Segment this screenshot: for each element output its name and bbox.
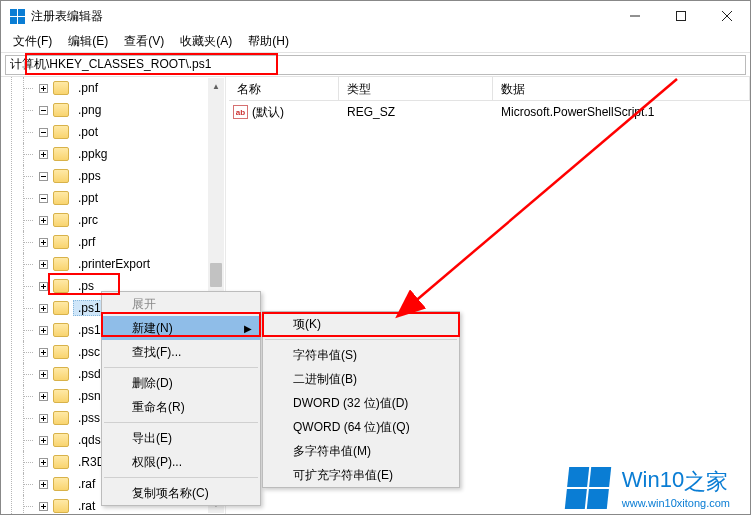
collapse-icon[interactable] <box>35 326 51 335</box>
menu-rename[interactable]: 重命名(R) <box>102 395 260 419</box>
collapse-icon[interactable] <box>35 282 51 291</box>
tree-item[interactable]: .pot <box>1 121 225 143</box>
menu-help[interactable]: 帮助(H) <box>240 31 297 52</box>
header-data[interactable]: 数据 <box>493 77 750 100</box>
folder-icon <box>53 323 69 337</box>
value-data: Microsoft.PowerShellScript.1 <box>493 105 750 119</box>
close-button[interactable] <box>704 1 750 31</box>
collapse-icon[interactable] <box>35 502 51 511</box>
tree-item-label: .rat <box>73 499 100 513</box>
menu-separator <box>104 477 258 478</box>
menu-view[interactable]: 查看(V) <box>116 31 172 52</box>
address-bar <box>1 53 750 77</box>
maximize-button[interactable] <box>658 1 704 31</box>
tree-item-label: .ppkg <box>73 147 112 161</box>
tree-item-label: .prc <box>73 213 103 227</box>
folder-icon <box>53 499 69 513</box>
collapse-icon[interactable] <box>35 238 51 247</box>
window-title: 注册表编辑器 <box>31 8 612 25</box>
folder-icon <box>53 81 69 95</box>
tree-item[interactable]: .png <box>1 99 225 121</box>
string-value-icon: ab <box>233 105 248 119</box>
folder-icon <box>53 235 69 249</box>
tree-item-label: .prf <box>73 235 100 249</box>
value-name: (默认) <box>252 104 284 121</box>
minimize-button[interactable] <box>612 1 658 31</box>
menu-new-key[interactable]: 项(K) <box>263 312 459 336</box>
tree-item[interactable]: .pnf <box>1 77 225 99</box>
menu-separator <box>265 339 457 340</box>
list-row[interactable]: ab (默认) REG_SZ Microsoft.PowerShellScrip… <box>229 101 750 123</box>
tree-item[interactable]: .pps <box>1 165 225 187</box>
tree-item-label: .ps <box>73 279 99 293</box>
address-input[interactable] <box>5 55 746 75</box>
folder-icon <box>53 455 69 469</box>
menu-new-qword[interactable]: QWORD (64 位)值(Q) <box>263 415 459 439</box>
tree-item-label: .pot <box>73 125 103 139</box>
folder-icon <box>53 191 69 205</box>
tree-item-label: .pnf <box>73 81 103 95</box>
scroll-up-button[interactable]: ▲ <box>208 78 224 95</box>
folder-icon <box>53 345 69 359</box>
list-header: 名称 类型 数据 <box>229 77 750 101</box>
tree-item-label: .printerExport <box>73 257 155 271</box>
menu-permissions[interactable]: 权限(P)... <box>102 450 260 474</box>
expand-icon[interactable] <box>35 172 51 181</box>
menu-find[interactable]: 查找(F)... <box>102 340 260 364</box>
tree-item[interactable]: .ppkg <box>1 143 225 165</box>
title-bar: 注册表编辑器 <box>1 1 750 31</box>
collapse-icon[interactable] <box>35 480 51 489</box>
menu-expand[interactable]: 展开 <box>102 292 260 316</box>
menu-new[interactable]: 新建(N)▶ <box>102 316 260 340</box>
submenu-arrow-icon: ▶ <box>244 323 252 334</box>
folder-icon <box>53 301 69 315</box>
folder-icon <box>53 147 69 161</box>
collapse-icon[interactable] <box>35 436 51 445</box>
tree-item[interactable]: .printerExport <box>1 253 225 275</box>
tree-item-label: .raf <box>73 477 100 491</box>
collapse-icon[interactable] <box>35 260 51 269</box>
collapse-icon[interactable] <box>35 370 51 379</box>
tree-item-label: .pps <box>73 169 106 183</box>
menu-new-string[interactable]: 字符串值(S) <box>263 343 459 367</box>
value-type: REG_SZ <box>339 105 493 119</box>
menu-edit[interactable]: 编辑(E) <box>60 31 116 52</box>
collapse-icon[interactable] <box>35 84 51 93</box>
collapse-icon[interactable] <box>35 150 51 159</box>
menu-new-expandstring[interactable]: 可扩充字符串值(E) <box>263 463 459 487</box>
svg-rect-1 <box>677 12 686 21</box>
collapse-icon[interactable] <box>35 304 51 313</box>
folder-icon <box>53 367 69 381</box>
menu-new-dword[interactable]: DWORD (32 位)值(D) <box>263 391 459 415</box>
folder-icon <box>53 433 69 447</box>
menu-new-binary[interactable]: 二进制值(B) <box>263 367 459 391</box>
scroll-thumb[interactable] <box>210 263 222 287</box>
menu-new-multistring[interactable]: 多字符串值(M) <box>263 439 459 463</box>
tree-item[interactable]: .ppt <box>1 187 225 209</box>
header-name[interactable]: 名称 <box>229 77 339 100</box>
collapse-icon[interactable] <box>35 348 51 357</box>
menu-separator <box>104 367 258 368</box>
folder-icon <box>53 279 69 293</box>
app-icon <box>9 8 25 24</box>
header-type[interactable]: 类型 <box>339 77 493 100</box>
tree-item[interactable]: .prc <box>1 209 225 231</box>
collapse-icon[interactable] <box>35 458 51 467</box>
folder-icon <box>53 257 69 271</box>
expand-icon[interactable] <box>35 106 51 115</box>
menu-export[interactable]: 导出(E) <box>102 426 260 450</box>
context-submenu-new: 项(K) 字符串值(S) 二进制值(B) DWORD (32 位)值(D) QW… <box>262 311 460 488</box>
folder-icon <box>53 389 69 403</box>
menu-delete[interactable]: 删除(D) <box>102 371 260 395</box>
menu-favorites[interactable]: 收藏夹(A) <box>172 31 240 52</box>
collapse-icon[interactable] <box>35 216 51 225</box>
tree-item[interactable]: .prf <box>1 231 225 253</box>
collapse-icon[interactable] <box>35 414 51 423</box>
expand-icon[interactable] <box>35 194 51 203</box>
tree-item-label: .png <box>73 103 106 117</box>
menu-copy-key-name[interactable]: 复制项名称(C) <box>102 481 260 505</box>
menu-file[interactable]: 文件(F) <box>5 31 60 52</box>
expand-icon[interactable] <box>35 128 51 137</box>
menu-bar: 文件(F) 编辑(E) 查看(V) 收藏夹(A) 帮助(H) <box>1 31 750 53</box>
collapse-icon[interactable] <box>35 392 51 401</box>
